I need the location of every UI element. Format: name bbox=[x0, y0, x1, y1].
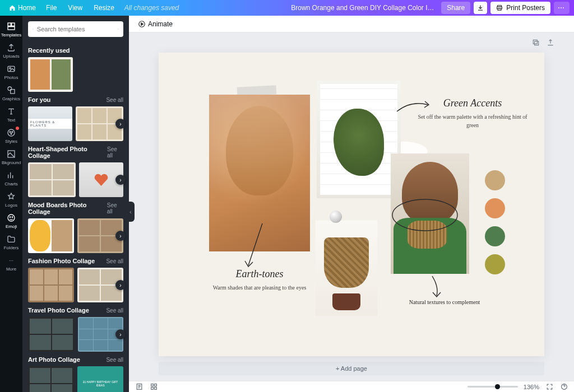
color-swatch[interactable] bbox=[485, 254, 505, 274]
svg-point-10 bbox=[8, 129, 15, 136]
chevron-right-icon: › bbox=[119, 121, 121, 127]
rail-styles[interactable]: Styles bbox=[0, 125, 22, 147]
see-all-link[interactable]: See all bbox=[107, 146, 123, 158]
zoom-thumb[interactable] bbox=[495, 384, 500, 389]
grid-view-button[interactable] bbox=[149, 382, 158, 391]
template-thumb[interactable]: FLOWERS & PLANTS bbox=[28, 106, 72, 141]
notes-button[interactable] bbox=[135, 382, 144, 391]
share-button[interactable]: Share bbox=[441, 2, 470, 14]
home-button[interactable]: Home bbox=[4, 2, 40, 14]
button-decoration bbox=[330, 211, 342, 223]
template-thumb[interactable] bbox=[28, 218, 74, 253]
arrow-icon bbox=[243, 221, 271, 271]
download-button[interactable] bbox=[474, 2, 487, 14]
rail-templates[interactable]: Templates bbox=[0, 19, 22, 40]
help-button[interactable] bbox=[559, 382, 568, 391]
svg-point-18 bbox=[33, 29, 33, 29]
see-all-link[interactable]: See all bbox=[106, 258, 123, 264]
more-button[interactable]: ⋯ bbox=[554, 2, 570, 14]
svg-point-7 bbox=[10, 67, 11, 69]
design-canvas[interactable]: Green Accents Set off the warm palette w… bbox=[159, 53, 544, 356]
svg-rect-6 bbox=[8, 66, 15, 71]
see-all-link[interactable]: See all bbox=[106, 357, 123, 363]
templates-icon bbox=[7, 22, 16, 31]
resize-menu[interactable]: Resize bbox=[88, 2, 120, 14]
template-thumb[interactable] bbox=[28, 162, 76, 197]
chevron-right-icon: › bbox=[119, 332, 121, 338]
see-all-link[interactable]: See all bbox=[106, 307, 123, 314]
see-all-link[interactable]: See all bbox=[107, 202, 123, 214]
fullscreen-icon bbox=[546, 383, 553, 390]
rail-photos[interactable]: Photos bbox=[0, 62, 22, 83]
scroll-right-button[interactable]: › bbox=[115, 119, 126, 129]
emoji-icon bbox=[7, 213, 16, 222]
dots-icon: ⋯ bbox=[558, 4, 566, 12]
see-all-link[interactable]: See all bbox=[106, 97, 123, 103]
annotation-textures[interactable]: Natural textures to complement bbox=[394, 299, 495, 305]
section-art: Art Photo Collage bbox=[28, 356, 80, 363]
template-thumb[interactable] bbox=[28, 268, 74, 302]
folders-icon bbox=[7, 235, 16, 244]
logos-icon bbox=[7, 192, 16, 201]
svg-rect-21 bbox=[533, 40, 537, 44]
download-icon bbox=[477, 4, 484, 11]
new-badge bbox=[16, 127, 19, 130]
search-input[interactable] bbox=[37, 26, 114, 32]
home-icon bbox=[9, 4, 16, 11]
section-fashion: Fashion Photo Collage bbox=[28, 258, 95, 264]
annotation-green-accents[interactable]: Green Accents Set off the warm palette w… bbox=[416, 97, 529, 129]
rail-folders[interactable]: Folders bbox=[0, 232, 22, 253]
filter-icon[interactable] bbox=[118, 25, 119, 33]
svg-point-13 bbox=[11, 133, 12, 134]
rail-more[interactable]: ⋯ More bbox=[0, 253, 22, 274]
file-menu[interactable]: File bbox=[40, 2, 62, 14]
scroll-right-button[interactable]: › bbox=[115, 231, 126, 241]
scroll-right-button[interactable]: › bbox=[115, 280, 126, 290]
collage-photo[interactable] bbox=[316, 221, 377, 316]
annotation-earth-tones[interactable]: Earth-tones Warm shades that are pleasin… bbox=[198, 268, 321, 292]
rail-graphics[interactable]: Graphics bbox=[0, 83, 22, 104]
saved-status: All changes saved bbox=[124, 4, 179, 12]
add-page-button[interactable]: + Add page bbox=[159, 362, 544, 375]
template-thumb[interactable]: 21 HAPPY BIRTHDAY GIFT IDEAS bbox=[77, 366, 123, 392]
rail-background[interactable]: Bkground bbox=[0, 147, 22, 168]
color-swatch[interactable] bbox=[485, 170, 505, 190]
fullscreen-button[interactable] bbox=[545, 382, 554, 391]
export-page-button[interactable] bbox=[546, 38, 555, 47]
chevron-right-icon: › bbox=[119, 282, 121, 288]
rail-charts[interactable]: Charts bbox=[0, 168, 22, 189]
section-heart: Heart-Shaped Photo Collage bbox=[28, 146, 107, 159]
template-thumb[interactable] bbox=[28, 366, 74, 392]
section-mood: Mood Boards Photo Collage bbox=[28, 202, 107, 215]
document-title[interactable]: Brown Orange and Green DIY Collage Color… bbox=[291, 4, 437, 12]
template-thumb[interactable] bbox=[28, 57, 73, 92]
rail-emoji[interactable]: Emoji bbox=[0, 211, 22, 232]
template-thumb[interactable] bbox=[28, 317, 75, 352]
color-swatch[interactable] bbox=[485, 198, 505, 218]
duplicate-page-button[interactable] bbox=[531, 38, 540, 47]
uploads-icon bbox=[7, 43, 16, 52]
svg-point-8 bbox=[8, 87, 12, 91]
rail-logos[interactable]: Logos bbox=[0, 189, 22, 211]
print-posters-button[interactable]: Print Posters bbox=[490, 2, 550, 14]
scroll-right-button[interactable]: › bbox=[115, 175, 126, 185]
arrow-icon bbox=[427, 274, 449, 300]
scroll-right-button[interactable]: › bbox=[115, 329, 126, 339]
color-swatch[interactable] bbox=[485, 226, 505, 246]
collage-photo[interactable] bbox=[317, 81, 401, 198]
zoom-slider[interactable] bbox=[467, 386, 518, 388]
svg-rect-24 bbox=[151, 384, 153, 386]
svg-rect-4 bbox=[12, 23, 15, 26]
home-label: Home bbox=[18, 4, 36, 12]
view-menu[interactable]: View bbox=[62, 2, 88, 14]
svg-point-17 bbox=[12, 217, 12, 217]
search-templates[interactable] bbox=[28, 21, 123, 37]
animate-button[interactable]: Animate bbox=[135, 18, 176, 30]
zoom-value: 136% bbox=[524, 384, 539, 390]
collapse-sidebar-button[interactable]: ‹ bbox=[127, 202, 135, 222]
rail-text[interactable]: Text bbox=[0, 104, 22, 125]
scribble-oval bbox=[388, 195, 461, 235]
svg-point-15 bbox=[8, 214, 15, 221]
svg-point-22 bbox=[392, 199, 457, 231]
rail-uploads[interactable]: Uploads bbox=[0, 40, 22, 62]
